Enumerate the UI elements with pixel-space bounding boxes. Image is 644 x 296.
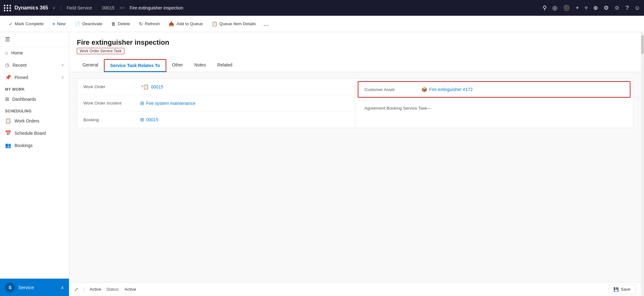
queue-item-details-button[interactable]: 📋 Queue Item Details xyxy=(208,19,260,29)
sidebar-item-recent-label: Recent xyxy=(13,63,26,68)
tab-notes[interactable]: Notes xyxy=(189,59,212,72)
recent-icon: ◷ xyxy=(5,62,9,68)
sidebar-item-work-orders[interactable]: 📋 Work Orders xyxy=(0,115,69,127)
work-order-incident-label: Work Order Incident xyxy=(83,101,140,105)
booking-label: Booking xyxy=(83,117,140,122)
status-value: Active xyxy=(124,287,136,292)
customer-asset-link[interactable]: Fire extinguisher #172 xyxy=(429,87,473,92)
service-badge-chevron-icon: ∧ xyxy=(61,285,64,290)
sidebar-item-pinned[interactable]: 📌 Pinned ∨ xyxy=(0,71,69,83)
booking-icon: ⊞ xyxy=(140,117,144,122)
work-order-link[interactable]: 00015 xyxy=(151,84,163,89)
field-row-booking: Booking ⊞ 00015 xyxy=(77,111,355,128)
sidebar-item-recent[interactable]: ◷ Recent ∨ xyxy=(0,59,69,71)
form-body: Work Order * 📋 00015 Work Order Incident xyxy=(69,72,641,282)
booking-value[interactable]: ⊞ 00015 xyxy=(140,117,158,122)
save-icon: 💾 xyxy=(613,287,619,292)
sidebar-top: ☰ xyxy=(0,32,69,47)
queue-details-icon: 📋 xyxy=(212,21,218,27)
right-scrollbar[interactable] xyxy=(641,32,644,296)
app-chevron-icon[interactable]: ∨ xyxy=(53,6,55,10)
breadcrumb-record-id[interactable]: 00015 xyxy=(102,5,114,10)
breadcrumb-arrows: >> xyxy=(119,5,124,10)
refresh-label: Refresh xyxy=(145,21,160,26)
delete-icon: 🗑 xyxy=(111,21,116,26)
question-icon[interactable]: ? xyxy=(626,5,629,11)
sidebar-item-schedule-board-label: Schedule Board xyxy=(14,131,46,136)
field-row-work-order-incident: Work Order Incident ⊞ Fire system mainte… xyxy=(77,95,355,111)
tab-other[interactable]: Other xyxy=(166,59,189,72)
dashboards-icon: ⊞ xyxy=(5,96,9,102)
sidebar-item-bookings-label: Bookings xyxy=(14,143,33,148)
sidebar-item-home-label: Home xyxy=(11,50,23,55)
sidebar-item-dashboards[interactable]: ⊞ Dashboards xyxy=(0,93,69,105)
service-badge-area[interactable]: S Service ∧ xyxy=(0,278,69,296)
agreement-booking-label: Agreement Booking Service Task xyxy=(365,105,427,111)
customer-asset-label: Customer Asset xyxy=(365,87,421,92)
gear-icon[interactable]: ⛭ xyxy=(614,5,620,11)
status-label: Status: xyxy=(106,287,119,292)
sidebar-item-home[interactable]: ⌂ Home xyxy=(0,47,69,59)
tab-general[interactable]: General xyxy=(77,59,104,72)
app-name[interactable]: Dynamics 365 xyxy=(14,5,48,11)
pinned-chevron-icon: ∨ xyxy=(61,75,64,79)
work-order-incident-link[interactable]: Fire system maintenance xyxy=(146,101,195,106)
service-badge-initial: S xyxy=(5,282,15,293)
delete-button[interactable]: 🗑 Delete xyxy=(107,19,134,28)
new-button[interactable]: + New xyxy=(49,19,70,28)
add-to-queue-button[interactable]: 📥 Add to Queue xyxy=(165,19,206,29)
bookings-icon: 👥 xyxy=(5,142,11,148)
save-label: Save xyxy=(621,287,630,292)
status-sep: | xyxy=(83,287,85,292)
sidebar-item-bookings[interactable]: 👥 Bookings xyxy=(0,139,69,151)
deactivate-button[interactable]: 📄 Deactivate xyxy=(71,19,106,29)
sidebar-item-dashboards-label: Dashboards xyxy=(12,97,36,102)
record-title: Fire extinguisher inspection xyxy=(77,38,633,47)
customer-asset-icon: 📦 xyxy=(421,87,427,92)
work-order-incident-value[interactable]: ⊞ Fire system maintenance xyxy=(140,100,195,106)
sidebar-item-schedule-board[interactable]: 📅 Schedule Board xyxy=(0,127,69,139)
refresh-button[interactable]: ↻ Refresh xyxy=(135,19,163,29)
new-label: New xyxy=(57,21,66,26)
work-order-value[interactable]: 📋 00015 xyxy=(143,84,163,90)
app-launcher-icon[interactable] xyxy=(4,5,11,11)
customer-asset-value[interactable]: 📦 Fire extinguisher #172 xyxy=(421,87,473,92)
status-bar: ⤢ | Active Status: Active 💾 Save xyxy=(69,282,641,296)
add-queue-icon: 📥 xyxy=(168,21,174,27)
plus-icon[interactable]: + xyxy=(576,5,579,11)
search-icon[interactable]: ⚲ xyxy=(543,4,547,11)
deactivate-label: Deactivate xyxy=(82,21,102,26)
field-row-work-order: Work Order * 📋 00015 xyxy=(77,79,355,95)
work-order-label: Work Order xyxy=(83,84,140,89)
breadcrumb-record-title: Fire extinguisher inspection xyxy=(130,5,183,10)
booking-link[interactable]: 00015 xyxy=(146,117,158,122)
mark-complete-button[interactable]: ✓ Mark Complete xyxy=(5,19,48,29)
expand-icon[interactable]: ⤢ xyxy=(74,286,78,292)
deactivate-icon: 📄 xyxy=(74,21,80,27)
top-navigation: Dynamics 365 ∨ | Field Service 00015 >> … xyxy=(0,0,644,16)
hamburger-icon[interactable]: ☰ xyxy=(5,36,10,43)
save-button[interactable]: 💾 Save xyxy=(608,285,636,294)
check-icon: ✓ xyxy=(9,21,13,27)
pin-icon: 📌 xyxy=(5,74,11,80)
sidebar-item-pinned-label: Pinned xyxy=(14,75,28,80)
circle-plus-icon[interactable]: ⊕ xyxy=(593,4,598,11)
home-icon: ⌂ xyxy=(5,50,8,56)
filter-icon[interactable]: ▿ xyxy=(585,4,588,11)
content-area: Fire extinguisher inspection Work Order … xyxy=(69,32,641,296)
person-icon[interactable]: ☺ xyxy=(635,5,640,11)
work-order-value-icon: 📋 xyxy=(143,84,149,90)
sidebar-item-work-orders-label: Work Orders xyxy=(14,118,39,123)
service-badge-label: Service xyxy=(18,285,34,290)
main-layout: ☰ ⌂ Home ◷ Recent ∨ 📌 Pinned ∨ My Work ⊞… xyxy=(0,32,644,296)
more-commands-button[interactable]: ... xyxy=(261,19,271,29)
tab-related[interactable]: Related xyxy=(212,59,238,72)
agreement-booking-value: --- xyxy=(427,106,431,111)
settings-icon[interactable]: ⚙ xyxy=(604,4,609,11)
mark-complete-label: Mark Complete xyxy=(15,21,44,26)
scroll-thumb[interactable] xyxy=(641,35,644,54)
breadcrumb-module[interactable]: Field Service xyxy=(66,5,92,10)
target-icon[interactable]: ◎ xyxy=(552,4,557,11)
tab-service-task-relates-to[interactable]: Service Task Relates To xyxy=(104,59,166,72)
bulb-icon[interactable]: ⚫ xyxy=(563,4,570,11)
